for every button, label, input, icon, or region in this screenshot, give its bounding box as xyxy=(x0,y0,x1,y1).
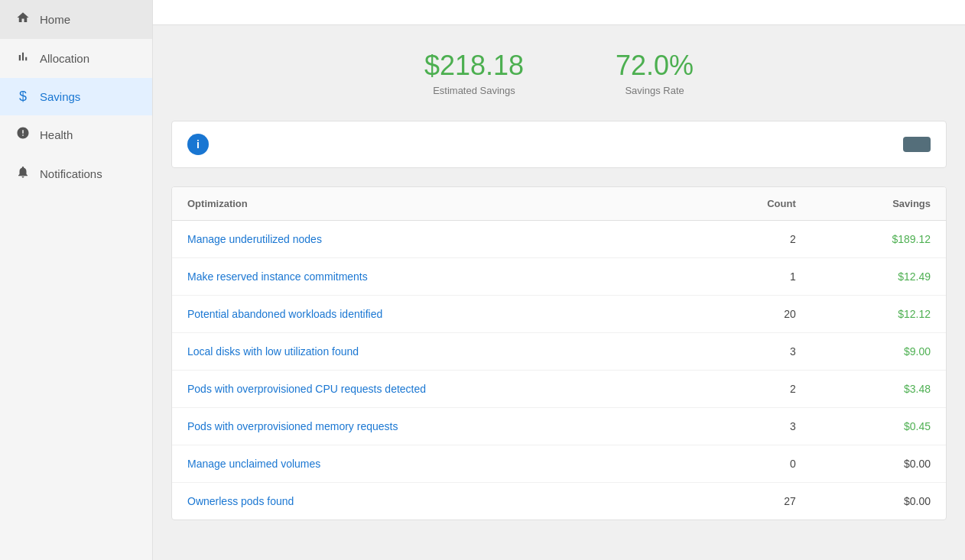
sidebar-item-savings[interactable]: $Savings xyxy=(0,78,152,115)
row-5-count: 3 xyxy=(696,408,811,445)
row-1-count: 1 xyxy=(696,258,811,296)
home-icon xyxy=(15,11,31,28)
sidebar-item-notifications[interactable]: Notifications xyxy=(0,154,152,193)
sidebar-item-allocation-label: Allocation xyxy=(40,52,89,65)
row-4-savings: $3.48 xyxy=(811,371,946,408)
row-5-savings: $0.45 xyxy=(811,408,946,445)
row-0-count: 2 xyxy=(696,221,811,258)
row-2-optimization[interactable]: Potential abandoned workloads identified xyxy=(172,296,696,333)
stat-label-0: Estimated Savings xyxy=(424,85,524,96)
table-row: Make reserved instance commitments1$12.4… xyxy=(172,258,946,296)
stat-block-0: $218.18Estimated Savings xyxy=(424,50,524,96)
row-2-savings: $12.12 xyxy=(811,296,946,333)
content-area: $218.18Estimated Savings72.0%Savings Rat… xyxy=(153,25,965,560)
row-0-savings: $189.12 xyxy=(811,221,946,258)
row-6-savings: $0.00 xyxy=(811,445,946,483)
table-header: Optimization Count Savings xyxy=(172,187,946,221)
row-2-count: 20 xyxy=(696,296,811,333)
stat-value-1: 72.0% xyxy=(616,50,694,82)
stats-row: $218.18Estimated Savings72.0%Savings Rat… xyxy=(153,25,965,121)
header xyxy=(153,0,965,25)
row-7-optimization[interactable]: Ownerless pods found xyxy=(172,483,696,520)
sidebar-item-health-label: Health xyxy=(40,128,73,141)
table-row: Manage underutilized nodes2$189.12 xyxy=(172,221,946,258)
add-key-button[interactable] xyxy=(903,137,931,152)
info-icon: i xyxy=(187,134,209,155)
table-row: Manage unclaimed volumes0$0.00 xyxy=(172,445,946,483)
row-7-savings: $0.00 xyxy=(811,483,946,520)
table-body: Manage underutilized nodes2$189.12Make r… xyxy=(172,221,946,520)
main-content: $218.18Estimated Savings72.0%Savings Rat… xyxy=(153,0,965,560)
row-4-count: 2 xyxy=(696,371,811,408)
row-4-optimization[interactable]: Pods with overprovisioned CPU requests d… xyxy=(172,371,696,408)
row-7-count: 27 xyxy=(696,483,811,520)
stat-label-1: Savings Rate xyxy=(616,85,694,96)
table-row: Local disks with low utilization found3$… xyxy=(172,333,946,371)
allocation-icon xyxy=(15,50,31,67)
sidebar-item-home-label: Home xyxy=(40,13,70,26)
row-1-optimization[interactable]: Make reserved instance commitments xyxy=(172,258,696,296)
table: Optimization Count Savings Manage underu… xyxy=(172,187,946,520)
stat-block-1: 72.0%Savings Rate xyxy=(616,50,694,96)
table-row: Pods with overprovisioned memory request… xyxy=(172,408,946,445)
sidebar-item-savings-label: Savings xyxy=(40,90,80,103)
table-row: Ownerless pods found27$0.00 xyxy=(172,483,946,520)
sidebar: HomeAllocation$SavingsHealthNotification… xyxy=(0,0,153,560)
sidebar-item-allocation[interactable]: Allocation xyxy=(0,39,152,78)
row-3-count: 3 xyxy=(696,333,811,371)
row-1-savings: $12.49 xyxy=(811,258,946,296)
info-banner: i xyxy=(171,121,947,168)
row-3-savings: $9.00 xyxy=(811,333,946,371)
stat-value-0: $218.18 xyxy=(424,50,524,82)
sidebar-item-home[interactable]: Home xyxy=(0,0,152,39)
row-5-optimization[interactable]: Pods with overprovisioned memory request… xyxy=(172,408,696,445)
col-optimization: Optimization xyxy=(172,187,696,221)
col-count: Count xyxy=(696,187,811,221)
table-row: Potential abandoned workloads identified… xyxy=(172,296,946,333)
health-icon xyxy=(15,126,31,144)
row-3-optimization[interactable]: Local disks with low utilization found xyxy=(172,333,696,371)
savings-icon: $ xyxy=(15,89,31,105)
row-6-count: 0 xyxy=(696,445,811,483)
sidebar-item-health[interactable]: Health xyxy=(0,115,152,154)
optimization-table: Optimization Count Savings Manage underu… xyxy=(171,186,947,520)
row-0-optimization[interactable]: Manage underutilized nodes xyxy=(172,221,696,258)
table-row: Pods with overprovisioned CPU requests d… xyxy=(172,371,946,408)
notifications-icon xyxy=(15,165,31,183)
row-6-optimization[interactable]: Manage unclaimed volumes xyxy=(172,445,696,483)
sidebar-item-notifications-label: Notifications xyxy=(40,167,102,180)
col-savings: Savings xyxy=(811,187,946,221)
